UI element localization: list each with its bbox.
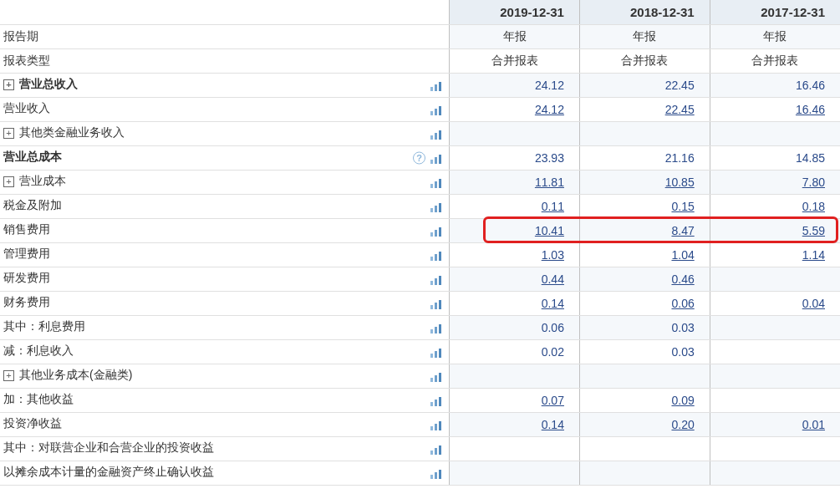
value-link[interactable]: 22.45 bbox=[665, 103, 695, 116]
bar-chart-icon[interactable] bbox=[430, 104, 442, 115]
cell-value[interactable]: 0.09 bbox=[579, 388, 710, 412]
value-text: 0.03 bbox=[671, 321, 694, 334]
bar-chart-icon[interactable] bbox=[430, 177, 442, 187]
cell-value[interactable]: 0.20 bbox=[579, 412, 710, 436]
value-text: 0.06 bbox=[542, 321, 564, 334]
help-icon[interactable]: ? bbox=[413, 151, 425, 164]
value-link[interactable]: 0.44 bbox=[542, 272, 564, 286]
cell-value[interactable]: 0.46 bbox=[579, 267, 710, 291]
cell-value[interactable]: 0.04 bbox=[710, 291, 840, 315]
cell-value[interactable]: 16.46 bbox=[710, 97, 840, 121]
value-text: 21.16 bbox=[665, 151, 695, 165]
bar-chart-icon[interactable] bbox=[430, 444, 442, 454]
cell-value: 24.12 bbox=[450, 73, 580, 97]
bar-chart-icon[interactable] bbox=[430, 250, 442, 260]
value-link[interactable]: 11.81 bbox=[535, 176, 564, 189]
row-label-text: 销售费用 bbox=[3, 223, 50, 237]
cell-value[interactable]: 1.14 bbox=[710, 242, 840, 267]
cell-value[interactable]: 0.14 bbox=[450, 291, 580, 315]
cell-value: 16.46 bbox=[710, 73, 840, 97]
bar-chart-icon[interactable] bbox=[430, 420, 442, 430]
cell-value[interactable]: 0.11 bbox=[450, 194, 580, 218]
meta-label: 报告期 bbox=[0, 24, 450, 48]
value-text: 24.12 bbox=[535, 79, 564, 92]
col-header-2: 2017-12-31 bbox=[710, 0, 840, 24]
cell-value bbox=[579, 121, 710, 145]
cell-value[interactable]: 0.14 bbox=[450, 412, 580, 436]
cell-value[interactable]: 0.15 bbox=[579, 194, 710, 218]
row-label-text: 营业总成本 bbox=[3, 150, 62, 164]
svg-rect-38 bbox=[439, 373, 441, 382]
cell-value[interactable]: 8.47 bbox=[579, 218, 710, 242]
cell-value[interactable]: 11.81 bbox=[450, 170, 580, 194]
table-row: +其他类金融业务收入 bbox=[0, 121, 840, 145]
row-label-text: 管理费用 bbox=[3, 247, 50, 261]
cell-value[interactable]: 22.45 bbox=[579, 97, 710, 121]
value-link[interactable]: 7.80 bbox=[802, 176, 825, 189]
expand-icon[interactable]: + bbox=[3, 176, 14, 187]
bar-chart-icon[interactable] bbox=[430, 468, 442, 478]
bar-chart-icon[interactable] bbox=[430, 201, 442, 211]
row-label: +营业成本 bbox=[0, 170, 450, 194]
bar-chart-icon[interactable] bbox=[430, 226, 442, 236]
expand-icon[interactable]: + bbox=[3, 370, 14, 381]
bar-chart-icon[interactable] bbox=[430, 80, 442, 90]
value-link[interactable]: 1.04 bbox=[671, 248, 694, 262]
value-link[interactable]: 10.41 bbox=[535, 224, 564, 237]
bar-chart-icon[interactable] bbox=[430, 347, 442, 357]
svg-rect-3 bbox=[430, 111, 433, 115]
table-row: 以摊余成本计量的金融资产终止确认收益 bbox=[0, 461, 840, 485]
row-label: 财务费用 bbox=[0, 291, 450, 315]
row-label-text: 加：其他收益 bbox=[3, 393, 74, 406]
bar-chart-icon[interactable] bbox=[430, 323, 442, 333]
value-link[interactable]: 0.11 bbox=[542, 200, 564, 213]
cell-value[interactable]: 0.44 bbox=[450, 267, 580, 291]
value-link[interactable]: 0.20 bbox=[671, 418, 694, 431]
cell-value[interactable]: 1.03 bbox=[450, 242, 580, 267]
cell-value[interactable]: 0.06 bbox=[579, 291, 710, 315]
cell-value[interactable]: 0.01 bbox=[710, 412, 840, 436]
value-link[interactable]: 16.46 bbox=[796, 103, 825, 116]
value-link[interactable]: 1.03 bbox=[542, 248, 564, 262]
value-link[interactable]: 1.14 bbox=[802, 248, 825, 262]
value-link[interactable]: 0.18 bbox=[802, 200, 825, 213]
cell-value[interactable]: 10.85 bbox=[579, 170, 710, 194]
value-link[interactable]: 10.85 bbox=[665, 176, 695, 189]
meta-value: 合并报表 bbox=[579, 48, 710, 73]
value-link[interactable]: 0.14 bbox=[542, 297, 564, 310]
cell-value[interactable]: 24.12 bbox=[450, 97, 580, 121]
value-link[interactable]: 0.01 bbox=[802, 418, 825, 431]
cell-value[interactable]: 0.07 bbox=[450, 388, 580, 412]
expand-icon[interactable]: + bbox=[3, 79, 14, 90]
cell-value bbox=[450, 121, 580, 145]
cell-value[interactable]: 5.59 bbox=[710, 218, 840, 242]
bar-chart-icon[interactable] bbox=[430, 298, 442, 308]
value-link[interactable]: 8.47 bbox=[671, 224, 694, 237]
bar-chart-icon[interactable] bbox=[430, 274, 442, 284]
value-link[interactable]: 0.07 bbox=[542, 394, 564, 407]
value-link[interactable]: 0.46 bbox=[671, 272, 694, 286]
bar-chart-icon[interactable] bbox=[430, 371, 442, 381]
cell-value[interactable]: 10.41 bbox=[450, 218, 580, 242]
cell-value bbox=[710, 267, 840, 291]
col-header-1: 2018-12-31 bbox=[579, 0, 710, 24]
cell-value[interactable]: 7.80 bbox=[710, 170, 840, 194]
value-link[interactable]: 0.14 bbox=[542, 418, 564, 431]
expand-icon[interactable]: + bbox=[3, 128, 14, 139]
value-link[interactable]: 0.06 bbox=[671, 297, 694, 310]
value-link[interactable]: 0.04 bbox=[802, 297, 825, 310]
value-link[interactable]: 0.15 bbox=[671, 200, 694, 213]
svg-rect-23 bbox=[439, 252, 441, 261]
cell-value[interactable]: 0.18 bbox=[710, 194, 840, 218]
value-link[interactable]: 0.09 bbox=[671, 394, 694, 407]
bar-chart-icon[interactable] bbox=[430, 129, 442, 139]
row-label-text: 投资净收益 bbox=[3, 417, 62, 430]
value-link[interactable]: 5.59 bbox=[802, 224, 825, 237]
svg-rect-27 bbox=[430, 305, 433, 309]
cell-value: 14.85 bbox=[710, 145, 840, 170]
svg-rect-15 bbox=[430, 208, 433, 212]
bar-chart-icon[interactable] bbox=[430, 153, 442, 163]
value-link[interactable]: 24.12 bbox=[535, 103, 564, 116]
cell-value[interactable]: 1.04 bbox=[579, 242, 710, 267]
bar-chart-icon[interactable] bbox=[430, 395, 442, 405]
